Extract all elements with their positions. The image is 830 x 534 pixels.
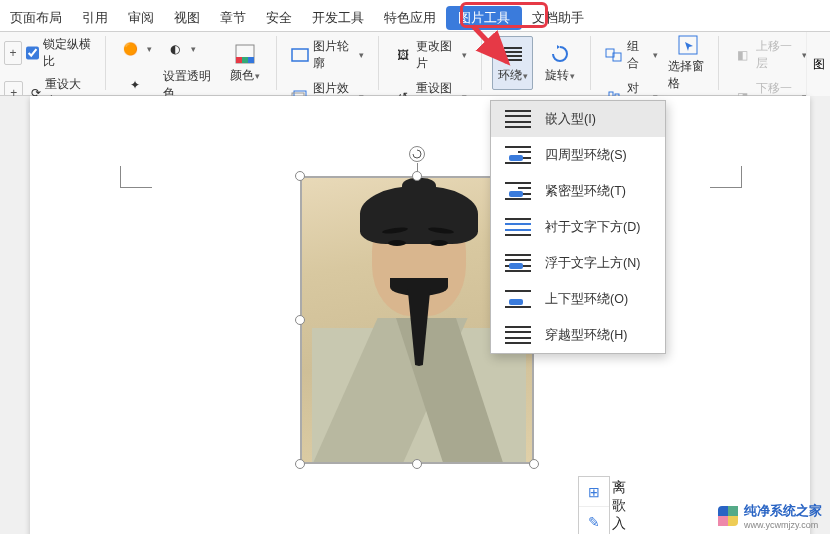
wrap-dropdown-menu: 嵌入型(I) 四周型环绕(S) 紧密型环绕(T) 衬于文字下方(D) 浮于文字上… [490, 100, 666, 354]
wrap-icon [502, 43, 524, 65]
separator [718, 36, 719, 90]
wrap-topbottom[interactable]: 上下型环绕(O) [491, 281, 665, 317]
group-icon [605, 44, 623, 66]
tab-devtools[interactable]: 开发工具 [302, 5, 374, 31]
color-button[interactable]: 颜色▾ [225, 36, 266, 90]
watermark-logo-icon [718, 506, 738, 526]
watermark-brand: 纯净系统之家 [744, 502, 822, 520]
tab-references[interactable]: 引用 [72, 5, 118, 31]
group-button[interactable]: 组合▾ [601, 36, 661, 74]
wrap-through-icon [505, 326, 531, 344]
wrap-button[interactable]: 环绕▾ [492, 36, 533, 90]
rotate-icon [549, 43, 571, 65]
corrections-button[interactable]: 🟠▾ [116, 36, 156, 62]
svg-rect-1 [236, 57, 242, 63]
wrap-through[interactable]: 穿越型环绕(H) [491, 317, 665, 353]
separator [276, 36, 277, 90]
change-pic-icon: 🖼 [393, 44, 412, 66]
change-picture-button[interactable]: 🖼更改图片▾ [389, 36, 471, 74]
rotate-handle[interactable] [409, 146, 425, 162]
separator [378, 36, 379, 90]
svg-rect-4 [292, 49, 308, 61]
tab-section[interactable]: 章节 [210, 5, 256, 31]
move-up-icon: ◧ [733, 44, 752, 66]
tab-security[interactable]: 安全 [256, 5, 302, 31]
ribbon-toolbar: + 锁定纵横比 + ⟳重设大小 🟠▾ ◐▾ ✦ 设置透明色 颜色▾ 图片轮廓▾ … [0, 32, 830, 96]
resize-handle-tl[interactable] [295, 171, 305, 181]
page: ⊞ ✎ ⎘ ⊡ 离歌入管弦 [30, 96, 810, 534]
select-pane-icon [677, 34, 699, 56]
margin-corner-left [120, 166, 152, 188]
resize-handle-br[interactable] [529, 459, 539, 469]
tab-picture-tools[interactable]: 图片工具 [446, 6, 522, 30]
watermark: 纯净系统之家 www.ycwmjzy.com [718, 502, 822, 530]
resize-handle-tm[interactable] [412, 171, 422, 181]
lock-aspect-ratio-checkbox[interactable]: 锁定纵横比 [26, 36, 95, 70]
margin-corner-right [710, 166, 742, 188]
wrap-behind[interactable]: 衬于文字下方(D) [491, 209, 665, 245]
height-stepper[interactable]: + [4, 41, 22, 65]
color-icon [234, 43, 256, 65]
svg-rect-2 [242, 57, 248, 63]
picture-outline-button[interactable]: 图片轮廓▾ [287, 36, 369, 74]
resize-handle-bl[interactable] [295, 459, 305, 469]
wrap-inline[interactable]: 嵌入型(I) [491, 101, 665, 137]
outline-icon [291, 44, 310, 66]
lock-aspect-label: 锁定纵横比 [43, 36, 95, 70]
contrast-icon: ◐ [164, 38, 186, 60]
sharpen-button[interactable]: ✦ [116, 76, 155, 94]
rotate-button[interactable]: 旋转▾ [539, 36, 580, 90]
wrap-tight-icon [505, 182, 531, 200]
brightness-icon: 🟠 [120, 38, 142, 60]
wrap-topbottom-icon [505, 290, 531, 308]
separator [590, 36, 591, 90]
tab-page-layout[interactable]: 页面布局 [0, 5, 72, 31]
tab-featured[interactable]: 特色应用 [374, 5, 446, 31]
wrap-inline-icon [505, 110, 531, 128]
svg-rect-3 [248, 57, 254, 63]
separator [105, 36, 106, 90]
tab-review[interactable]: 审阅 [118, 5, 164, 31]
contrast-button[interactable]: ◐▾ [160, 36, 200, 62]
wrap-front-icon [505, 254, 531, 272]
separator [481, 36, 482, 90]
watermark-url: www.ycwmjzy.com [744, 520, 822, 530]
sparkle-icon: ✦ [130, 78, 140, 92]
resize-handle-bm[interactable] [412, 459, 422, 469]
tab-bar: 页面布局 引用 审阅 视图 章节 安全 开发工具 特色应用 图片工具 文档助手 [0, 0, 830, 32]
float-btn-1[interactable]: ⊞ [579, 477, 609, 507]
image-floating-toolbar: ⊞ ✎ ⎘ ⊡ [578, 476, 610, 534]
vertical-text: 离歌入管弦 [612, 478, 630, 534]
document-area: ⊞ ✎ ⎘ ⊡ 离歌入管弦 [0, 96, 830, 534]
select-pane-button[interactable]: 选择窗格 [668, 36, 709, 90]
float-btn-2[interactable]: ✎ [579, 507, 609, 534]
resize-handle-ml[interactable] [295, 315, 305, 325]
wrap-square-icon [505, 146, 531, 164]
wrap-behind-icon [505, 218, 531, 236]
tab-view[interactable]: 视图 [164, 5, 210, 31]
move-up-button[interactable]: ◧上移一层▾ [729, 36, 811, 74]
crop-button-partial[interactable]: 图 [806, 32, 830, 96]
wrap-front[interactable]: 浮于文字上方(N) [491, 245, 665, 281]
wrap-square[interactable]: 四周型环绕(S) [491, 137, 665, 173]
wrap-tight[interactable]: 紧密型环绕(T) [491, 173, 665, 209]
tab-doc-assistant[interactable]: 文档助手 [522, 5, 594, 31]
